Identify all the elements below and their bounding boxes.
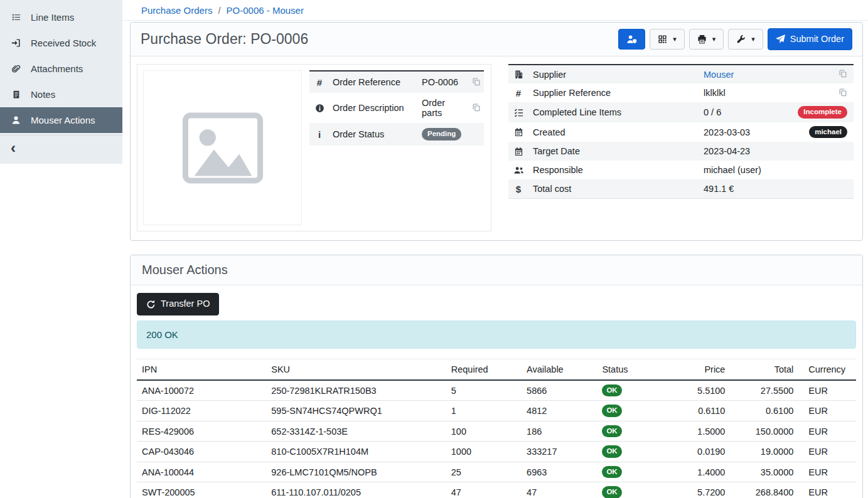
sidebar-item-label: Attachments — [31, 63, 83, 74]
status-alert: 200 OK — [137, 321, 856, 349]
detail-value: 2023-03-03 — [699, 122, 783, 142]
order-actions-dropdown[interactable]: ▾ — [728, 29, 763, 50]
detail-row-created: Created 2023-03-03 michael — [508, 122, 854, 142]
cell-sku: 250-72981KLRATR150B3 — [266, 380, 446, 401]
status-ok-badge: OK — [602, 445, 621, 458]
sidebar-item-line-items[interactable]: Line Items — [0, 4, 122, 30]
main-content: Purchase Orders / PO-0006 - Mouser Purch… — [122, 0, 868, 498]
column-header-status[interactable]: Status — [597, 359, 672, 380]
cell-currency: EUR — [798, 462, 856, 482]
cell-total: 27.5500 — [730, 380, 798, 401]
cell-price: 5.5100 — [673, 380, 731, 401]
breadcrumb-link-current-order[interactable]: PO-0006 - Mouser — [227, 5, 304, 16]
copy-icon[interactable] — [472, 77, 481, 86]
info-circle-icon — [313, 103, 326, 113]
cell-currency: EUR — [798, 401, 856, 421]
caret-down-icon: ▾ — [712, 35, 716, 43]
copy-icon[interactable] — [839, 88, 847, 98]
detail-row-completed-line-items: Completed Line Items 0 / 6 Incomplete — [508, 102, 854, 122]
purchase-order-card-header: Purchase Order: PO-0006 ▾ — [131, 23, 862, 56]
detail-value: 0 / 6 — [699, 102, 783, 122]
cell-sku: 926-LMC7101QM5/NOPB — [266, 462, 446, 482]
detail-row-responsible: Responsible michael (user) — [508, 161, 854, 179]
table-row: RES-429006 652-3314Z-1-503E 100 186 OK 1… — [137, 421, 856, 442]
copy-icon[interactable] — [472, 103, 481, 112]
refresh-icon — [146, 300, 156, 309]
detail-row-supplier: Supplier Mouser — [508, 65, 854, 83]
paper-plane-icon — [776, 34, 785, 44]
users-icon — [513, 166, 524, 175]
image-placeholder-icon — [181, 112, 264, 184]
column-header-required[interactable]: Required — [446, 359, 522, 380]
cell-sku: 595-SN74HCS74QPWRQ1 — [266, 401, 446, 421]
sidebar-item-label: Received Stock — [31, 38, 96, 48]
status-ok-badge: OK — [602, 486, 621, 498]
cell-required: 47 — [446, 482, 522, 498]
list-icon — [11, 13, 21, 22]
column-header-total[interactable]: Total — [730, 359, 798, 380]
issue-order-button[interactable] — [618, 29, 645, 50]
detail-value: lklklkl — [699, 83, 783, 102]
cell-required: 25 — [446, 462, 522, 482]
cell-total: 0.6100 — [730, 401, 798, 421]
sidebar: Line Items Received Stock Attachments No… — [0, 0, 122, 164]
detail-label: Order Reference — [330, 71, 419, 93]
cell-available: 4812 — [522, 401, 597, 421]
notes-icon — [11, 90, 21, 99]
cell-price: 1.4000 — [673, 462, 731, 482]
sidebar-item-attachments[interactable]: Attachments — [0, 56, 122, 82]
column-header-available[interactable]: Available — [522, 359, 597, 380]
cell-available: 333217 — [522, 442, 597, 462]
cell-price: 0.6110 — [673, 401, 731, 421]
cell-ipn: SWT-200005 — [137, 482, 266, 498]
copy-icon[interactable] — [839, 69, 847, 80]
qr-code-icon — [658, 34, 667, 44]
column-header-ipn[interactable]: IPN — [137, 359, 266, 380]
transfer-po-button[interactable]: Transfer PO — [137, 293, 219, 315]
cell-sku: 810-C1005X7R1H104M — [266, 442, 446, 462]
incomplete-badge: Incomplete — [798, 106, 847, 119]
cell-ipn: DIG-112022 — [137, 401, 266, 421]
cell-available: 5866 — [522, 380, 597, 401]
cell-available: 6963 — [522, 462, 597, 482]
print-actions-dropdown[interactable]: ▾ — [689, 29, 724, 50]
printer-icon — [697, 34, 707, 44]
line-items-table: IPN SKU Required Available Status Price … — [137, 359, 856, 498]
table-row: DIG-112022 595-SN74HCS74QPWRQ1 1 4812 OK… — [137, 401, 856, 421]
cell-total: 19.0000 — [730, 442, 798, 462]
sidebar-item-received-stock[interactable]: Received Stock — [0, 30, 122, 56]
sidebar-item-mouser-actions[interactable]: Mouser Actions — [0, 107, 122, 133]
detail-label: Supplier Reference — [528, 83, 699, 102]
detail-label: Completed Line Items — [528, 102, 699, 122]
submit-order-button[interactable]: Submit Order — [768, 28, 852, 50]
detail-value: 2023-04-23 — [699, 142, 783, 161]
order-details: # Order Reference PO-0006 Order Descri — [131, 56, 862, 240]
sidebar-collapse-button[interactable]: ‹ — [0, 135, 122, 164]
created-by-badge: michael — [809, 126, 847, 139]
table-row: ANA-100072 250-72981KLRATR150B3 5 5866 O… — [137, 380, 856, 401]
supplier-link[interactable]: Mouser — [704, 70, 734, 80]
barcode-actions-dropdown[interactable]: ▾ — [650, 29, 685, 50]
table-row: SWT-200005 611-110.107.011/0205 47 47 OK… — [137, 482, 856, 498]
column-header-currency[interactable]: Currency — [798, 359, 856, 380]
column-header-price[interactable]: Price — [673, 359, 731, 380]
order-summary-panel: # Order Reference PO-0006 Order Descri — [137, 64, 491, 231]
cell-total: 268.8400 — [730, 482, 798, 498]
cell-price: 5.7200 — [673, 482, 731, 498]
sidebar-item-notes[interactable]: Notes — [0, 82, 122, 107]
sign-in-icon — [11, 38, 21, 48]
column-header-sku[interactable]: SKU — [266, 359, 446, 380]
caret-down-icon: ▾ — [673, 35, 677, 43]
transfer-po-label: Transfer PO — [161, 299, 210, 309]
breadcrumb-link-purchase-orders[interactable]: Purchase Orders — [141, 5, 212, 16]
detail-label: Order Status — [330, 123, 419, 146]
order-image-placeholder[interactable] — [143, 70, 302, 225]
cell-currency: EUR — [798, 380, 856, 401]
cell-available: 47 — [522, 482, 597, 498]
detail-label: Created — [528, 122, 699, 142]
order-status-badge: Pending — [422, 128, 461, 140]
purchase-order-card: Purchase Order: PO-0006 ▾ — [130, 22, 863, 241]
detail-label: Responsible — [528, 161, 699, 179]
status-ok-badge: OK — [602, 384, 621, 397]
paperclip-icon — [11, 64, 21, 73]
